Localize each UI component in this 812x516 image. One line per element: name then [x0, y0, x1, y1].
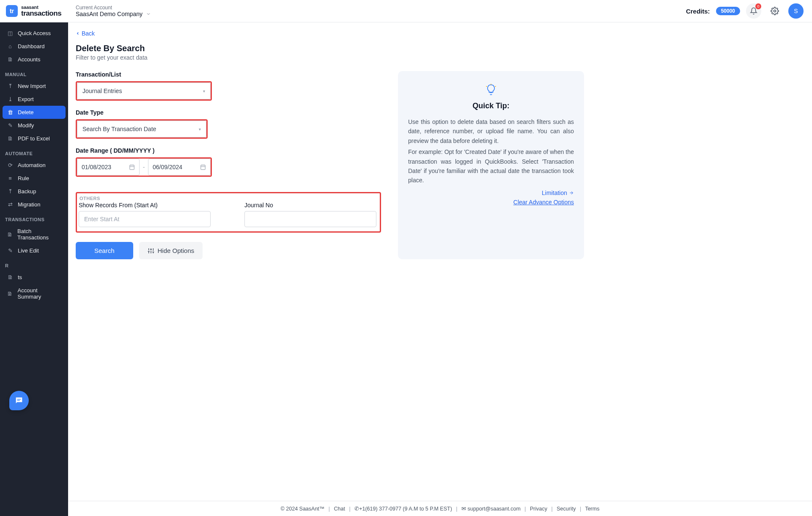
start-at-input[interactable]	[79, 211, 211, 227]
footer-security-link[interactable]: Security	[557, 506, 576, 512]
file-icon: 🗎	[7, 135, 14, 142]
main: Back Delete By Search Filter to get your…	[68, 22, 812, 516]
calendar-icon	[200, 164, 206, 170]
chevron-down-icon	[146, 11, 151, 16]
page-title: Delete By Search	[76, 44, 812, 53]
svg-line-19	[486, 86, 487, 87]
notif-count: 0	[755, 3, 761, 9]
date-type-value: Search By Transaction Date	[82, 126, 156, 132]
footer-privacy-link[interactable]: Privacy	[530, 506, 547, 512]
settings-button[interactable]	[767, 3, 782, 19]
phone-icon: ✆	[354, 506, 359, 512]
journal-no-input[interactable]	[244, 211, 376, 227]
chevron-down-icon: ▾	[203, 89, 205, 93]
sidebar-heading-manual: MANUAL	[3, 66, 66, 80]
calendar-icon	[129, 164, 135, 170]
limitation-link[interactable]: Limitation	[542, 189, 574, 196]
sidebar-item-automation[interactable]: ⟳Automation	[3, 159, 66, 172]
sliders-icon	[148, 247, 154, 254]
svg-rect-22	[17, 399, 21, 399]
pencil-icon: ✎	[7, 122, 14, 129]
credits-badge[interactable]: 50000	[716, 7, 740, 15]
sidebar-item-rule[interactable]: ≡Rule	[3, 172, 66, 185]
sidebar-item-label: Quick Access	[18, 30, 51, 36]
start-at-label: Show Records From (Start At)	[79, 202, 211, 209]
pencil-icon: ✎	[7, 247, 14, 254]
chevron-down-icon: ▾	[199, 127, 201, 132]
header: tr saasant transactions Current Account …	[0, 0, 812, 22]
others-title: OTHERS	[79, 196, 376, 201]
sidebar-item-label: Account Summary	[18, 287, 61, 300]
account-name: SaasAnt Demo Company	[76, 11, 143, 17]
chevron-left-icon	[76, 31, 80, 36]
notifications-button[interactable]: 0	[746, 3, 761, 19]
svg-line-20	[495, 86, 496, 87]
sidebar-item-migration[interactable]: ⇄Migration	[3, 198, 66, 211]
sidebar-item-account-summary[interactable]: 🗎Account Summary	[3, 284, 66, 303]
upload-icon: ⤒	[7, 83, 14, 89]
chat-fab[interactable]	[9, 391, 29, 410]
footer: © 2024 SaasAnt™ | Chat | ✆+1(619) 377-09…	[68, 501, 812, 516]
sidebar-item-label: Batch Transactions	[17, 228, 61, 241]
hide-options-label: Hide Options	[158, 247, 195, 254]
file-icon: 🗎	[7, 56, 14, 63]
sidebar-item-pdf-to-excel[interactable]: 🗎PDF to Excel	[3, 132, 66, 145]
footer-email-link[interactable]: support@saasant.com	[468, 506, 521, 512]
sidebar-item-new-import[interactable]: ⤒New Import	[3, 80, 66, 93]
logo-text-bottom: transactions	[21, 10, 61, 17]
sidebar-heading-automate: AUTOMATE	[3, 145, 66, 159]
limitation-label: Limitation	[542, 189, 567, 196]
avatar[interactable]: S	[788, 3, 804, 19]
sidebar-item-batch-transactions[interactable]: 🗎Batch Transactions	[3, 225, 66, 244]
hide-options-button[interactable]: Hide Options	[139, 242, 203, 259]
refresh-icon: ⟳	[7, 162, 14, 168]
sidebar-item-reports[interactable]: 🗎ts	[3, 271, 66, 284]
date-from-value: 01/08/2023	[82, 164, 111, 170]
footer-terms-link[interactable]: Terms	[585, 506, 599, 512]
clear-advance-options-link[interactable]: Clear Advance Options	[408, 199, 574, 206]
sidebar-item-accounts[interactable]: 🗎Accounts	[3, 53, 66, 66]
quick-tip-panel: Quick Tip: Use this option to delete dat…	[398, 71, 584, 259]
footer-chat-link[interactable]: Chat	[334, 506, 345, 512]
swap-icon: ⇄	[7, 201, 14, 208]
upload-icon: ⤒	[7, 188, 14, 195]
svg-point-0	[774, 10, 776, 12]
sidebar-item-modify[interactable]: ✎Modify	[3, 119, 66, 132]
sidebar-item-label: PDF to Excel	[18, 135, 50, 142]
svg-rect-1	[130, 165, 134, 170]
sidebar-item-label: Automation	[18, 162, 46, 168]
sidebar-item-label: Backup	[18, 188, 36, 195]
logo[interactable]: tr saasant transactions	[0, 5, 68, 17]
date-type-select[interactable]: Search By Transaction Date ▾	[77, 121, 206, 137]
tip-paragraph-2: For example: Opt for 'Created Date' if y…	[408, 147, 574, 185]
mail-icon: ✉	[461, 506, 467, 512]
sidebar-item-export[interactable]: ⤓Export	[3, 93, 66, 106]
lightbulb-icon	[408, 84, 574, 96]
sidebar-heading-transactions: TRANSACTIONS	[3, 211, 66, 225]
back-link[interactable]: Back	[76, 30, 95, 37]
search-button[interactable]: Search	[76, 242, 133, 259]
sidebar-item-label: Accounts	[18, 56, 40, 63]
sidebar-item-label: Rule	[18, 175, 29, 181]
tip-title: Quick Tip:	[408, 102, 574, 110]
sidebar-item-dashboard[interactable]: ⌂Dashboard	[3, 40, 66, 53]
account-switcher[interactable]: Current Account SaasAnt Demo Company	[76, 5, 151, 17]
account-label: Current Account	[76, 5, 151, 11]
sidebar-item-label: Export	[18, 96, 34, 102]
sidebar-item-delete[interactable]: 🗑Delete	[3, 106, 66, 119]
download-icon: ⤓	[7, 96, 14, 102]
sidebar-item-label: Live Edit	[18, 247, 39, 254]
sidebar-item-live-edit[interactable]: ✎Live Edit	[3, 244, 66, 257]
sidebar-item-label: New Import	[18, 83, 46, 89]
date-to-input[interactable]: 06/09/2024	[148, 159, 211, 176]
sidebar-item-backup[interactable]: ⤒Backup	[3, 185, 66, 198]
transaction-list-select[interactable]: Journal Entries ▾	[77, 82, 211, 99]
others-panel: OTHERS Show Records From (Start At) Jour…	[76, 192, 381, 233]
footer-phone-link[interactable]: +1(619) 377-0977 (9 A.M to 5 P.M EST)	[359, 506, 452, 512]
sidebar-item-quick-access[interactable]: ◫Quick Access	[3, 27, 66, 40]
list-icon: ≡	[7, 175, 14, 181]
date-from-input[interactable]: 01/08/2023	[77, 159, 140, 176]
file-icon: 🗎	[7, 274, 14, 280]
date-separator: -	[140, 164, 148, 170]
chat-icon	[14, 396, 24, 405]
